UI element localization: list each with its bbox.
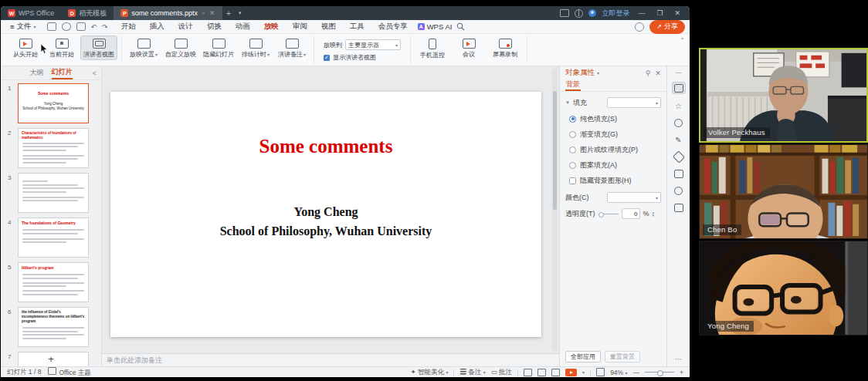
more-icons[interactable]: ⋯	[675, 355, 683, 363]
notes-bar[interactable]: 单击此处添加备注	[102, 353, 559, 366]
from-current-button[interactable]: 当前开始	[44, 35, 80, 60]
speaker-notes-button[interactable]: 演讲备注▾	[274, 35, 310, 60]
slide-thumbnail-3[interactable]	[18, 173, 89, 213]
spinner-icons[interactable]: ▴▾	[653, 211, 655, 217]
slide-author-block[interactable]: Yong Cheng School of Philosophy, Wuhan U…	[110, 202, 541, 241]
login-link[interactable]: 立即登录	[602, 8, 629, 19]
print-icon[interactable]	[76, 22, 86, 31]
hide-slide-button[interactable]: 隐藏幻灯片	[200, 35, 237, 60]
animation-pane-icon[interactable]	[673, 151, 685, 162]
menu-view[interactable]: 视图	[314, 22, 343, 32]
slideshow-options-icon[interactable]: ▾	[582, 369, 585, 375]
collapse-panel-icon[interactable]: <	[93, 69, 97, 77]
file-menu-button[interactable]: ≡ 文件 ▾	[5, 22, 41, 32]
tab-list-chevron-icon[interactable]: ▾	[235, 10, 246, 16]
vertical-scrollbar[interactable]	[552, 69, 558, 351]
fill-preset-select[interactable]: ▾	[607, 97, 661, 108]
tab-outline[interactable]: 大纲	[30, 68, 44, 78]
slideshow-settings-button[interactable]: 放映设置▾	[126, 35, 161, 60]
option-hide-background[interactable]: 隐藏背景图形(H)	[560, 173, 666, 188]
close-panel-icon[interactable]: ✕	[655, 69, 661, 77]
ribbon-collapse-icon[interactable]: ⌃	[680, 37, 685, 44]
section-collapse-icon[interactable]: ▼	[565, 100, 570, 105]
tab-document[interactable]: P some comments.pptx ▫ ✕	[114, 6, 222, 20]
slide-thumbnail-5[interactable]: Hilbert's program	[18, 262, 89, 302]
normal-view-icon[interactable]	[524, 369, 532, 376]
transparency-slider[interactable]	[598, 214, 619, 214]
menu-transition[interactable]: 切换	[200, 22, 229, 32]
slide-title[interactable]: Some comments	[110, 136, 541, 157]
current-slide[interactable]: Some comments Yong Cheng School of Philo…	[110, 92, 541, 337]
option-solid-fill[interactable]: 纯色填充(S)	[560, 111, 666, 126]
add-slide-button[interactable]: +	[1, 354, 101, 364]
new-tab-button[interactable]: +	[222, 8, 235, 18]
apply-all-button[interactable]: 全部应用	[565, 351, 601, 362]
menu-review[interactable]: 审阅	[286, 22, 314, 32]
undo-icon[interactable]: ↶	[91, 23, 97, 31]
notification-icon[interactable]	[635, 22, 644, 32]
phone-remote-button[interactable]: 手机遥控	[415, 35, 450, 61]
presenter-view-checkbox-row[interactable]: ✓ 显示演讲者视图	[324, 53, 401, 62]
video-tile-volker[interactable]: Volker Peckhaus	[699, 48, 868, 143]
option-gradient-fill[interactable]: 渐变填充(G)	[560, 126, 666, 142]
close-button[interactable]: ✕	[671, 9, 683, 17]
tab-docer[interactable]: D 稻壳模板	[61, 6, 114, 20]
comment-button[interactable]: ▭ 批注	[491, 368, 512, 377]
menu-design[interactable]: 设计	[171, 22, 200, 32]
reading-view-icon[interactable]	[551, 369, 560, 376]
slide-thumbnail-6[interactable]: the influence of Gödel's incompleteness …	[18, 307, 89, 347]
menu-member[interactable]: 会员专享	[371, 22, 415, 32]
zoom-out-button[interactable]: —	[633, 369, 640, 376]
export-icon[interactable]	[62, 22, 71, 31]
option-picture-fill[interactable]: 图片或纹理填充(P)	[560, 142, 666, 157]
zoom-in-button[interactable]: +	[680, 369, 683, 376]
zoom-level[interactable]: 94% ▾	[610, 369, 627, 376]
video-tile-chenbo[interactable]: Chen Bo	[699, 144, 868, 239]
menu-slideshow[interactable]: 放映	[257, 22, 286, 32]
layout-icon[interactable]	[560, 9, 569, 17]
slide-thumbnail-2[interactable]: Characteristics of foundations of mathem…	[18, 128, 89, 168]
chevron-down-icon[interactable]: ▾	[597, 70, 599, 76]
menu-tools[interactable]: 工具	[343, 22, 371, 32]
wps-ai-button[interactable]: A WPS AI	[418, 22, 453, 31]
tab-slides[interactable]: 幻灯片	[52, 67, 73, 79]
slide-canvas[interactable]: Some comments Yong Cheng School of Philo…	[102, 66, 559, 353]
search-icon[interactable]	[456, 22, 465, 31]
fit-slide-icon[interactable]	[596, 368, 605, 376]
minimize-button[interactable]: —	[635, 9, 648, 17]
option-pattern-fill[interactable]: 图案填充(A)	[560, 157, 666, 173]
reset-background-button[interactable]: 重置背景	[605, 351, 640, 362]
help-icon[interactable]	[673, 185, 685, 196]
transparency-value[interactable]: 0	[622, 208, 640, 219]
menu-home[interactable]: 开始	[114, 22, 143, 32]
screen-record-button[interactable]: 屏幕录制	[487, 35, 523, 60]
slide-thumbnail-1[interactable]: Some comments Yong Cheng School of Philo…	[18, 83, 89, 123]
theme-indicator[interactable]: Office 主题	[48, 367, 90, 378]
redo-icon[interactable]: ↷	[102, 23, 108, 31]
rehearse-timings-button[interactable]: 排练计时▾	[238, 35, 273, 60]
custom-show-button[interactable]: 自定义放映	[162, 35, 199, 60]
from-beginning-button[interactable]: 从头开始	[8, 35, 43, 60]
strip-collapse-icon[interactable]: —	[676, 69, 682, 76]
share-button[interactable]: ↗ 分享	[649, 20, 685, 34]
scrollbar-thumb[interactable]	[553, 91, 557, 210]
crop-icon[interactable]	[673, 168, 685, 179]
tab-wps-home[interactable]: W WPS Office	[1, 6, 61, 20]
tab-background[interactable]: 背景	[565, 79, 581, 91]
menu-animation[interactable]: 动画	[229, 22, 257, 32]
restore-button[interactable]: ❐	[653, 9, 666, 17]
menu-insert[interactable]: 插入	[143, 22, 171, 32]
save-icon[interactable]	[47, 22, 56, 31]
avatar[interactable]	[588, 9, 596, 17]
meeting-button[interactable]: 会议	[451, 35, 487, 60]
color-select[interactable]: ▾	[607, 192, 661, 203]
edit-icon[interactable]: ✎	[673, 134, 685, 145]
comment-bubble-icon[interactable]	[673, 117, 685, 128]
tab-close-icon[interactable]: ✕	[209, 9, 215, 17]
start-slideshow-button[interactable]	[565, 369, 577, 376]
display-select[interactable]: 主要显示器▾	[345, 39, 401, 50]
selection-pane-icon[interactable]	[673, 202, 685, 213]
star-icon[interactable]: ☆	[673, 100, 685, 111]
globe-icon[interactable]	[575, 9, 583, 18]
slide-thumbnail-4[interactable]: The foundations of Geometry	[18, 217, 89, 258]
